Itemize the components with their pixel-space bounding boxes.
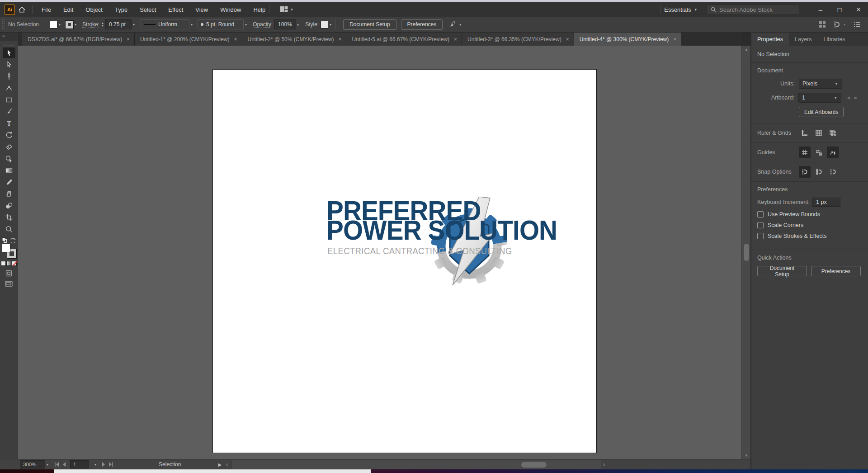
close-icon[interactable]: × xyxy=(234,36,237,43)
last-artboard-icon[interactable] xyxy=(108,462,113,467)
chevron-down-icon[interactable]: ▾ xyxy=(244,23,248,27)
drawing-modes-icon[interactable] xyxy=(5,270,12,277)
toolbar-drag-handle[interactable] xyxy=(4,42,14,46)
menu-window[interactable]: Window xyxy=(220,6,241,13)
direct-selection-tool[interactable] xyxy=(3,59,15,70)
scale-strokes-effects-option[interactable]: Scale Strokes & Effects xyxy=(757,233,862,239)
document-tab[interactable]: Untitled-3* @ 66.35% (CMYK/Preview)× xyxy=(462,33,574,46)
document-tab[interactable]: Untitled-5.ai @ 66.67% (CMYK/Preview)× xyxy=(346,33,462,46)
quick-document-setup-button[interactable]: Document Setup xyxy=(757,266,807,276)
swap-fill-stroke-icon[interactable] xyxy=(10,237,16,243)
stroke-weight-stepper[interactable]: ▲▼ xyxy=(101,22,104,27)
menu-object[interactable]: Object xyxy=(85,6,103,13)
menu-type[interactable]: Type xyxy=(115,6,127,13)
artboard-prev-next-icons[interactable]: ◀▶ xyxy=(847,95,862,100)
eyedropper-tool[interactable] xyxy=(3,177,15,188)
minimize-button[interactable]: – xyxy=(811,2,830,17)
snap-to-glyph-button[interactable] xyxy=(827,166,839,178)
close-button[interactable]: × xyxy=(849,2,868,17)
snap-to-grid-button[interactable] xyxy=(813,166,825,178)
chevron-down-icon[interactable]: ▾ xyxy=(842,23,847,27)
keyboard-increment-field[interactable]: 1 px xyxy=(812,198,840,207)
preferences-button[interactable]: Preferences xyxy=(401,19,443,30)
quick-preferences-button[interactable]: Preferences xyxy=(811,266,861,276)
rectangle-tool[interactable] xyxy=(3,95,15,105)
color-button[interactable] xyxy=(1,261,6,266)
tab-properties[interactable]: Properties xyxy=(751,33,789,46)
edit-artboards-button[interactable]: Edit Artboards xyxy=(799,107,844,117)
vertical-scrollbar-thumb[interactable] xyxy=(744,244,749,261)
opacity-field[interactable]: 100% xyxy=(274,19,296,29)
blend-tool[interactable] xyxy=(3,200,15,211)
selection-tool[interactable] xyxy=(3,47,15,58)
fill-color-swatch[interactable] xyxy=(50,21,57,28)
drag-handle[interactable] xyxy=(2,19,5,29)
scroll-left-icon[interactable]: ‹ xyxy=(224,461,230,468)
units-dropdown[interactable]: Pixels▾ xyxy=(799,79,842,89)
hand-tool[interactable] xyxy=(3,189,15,199)
transparency-grid-button[interactable] xyxy=(827,127,839,139)
horizontal-scrollbar[interactable] xyxy=(231,460,601,469)
menu-effect[interactable]: Effect xyxy=(168,6,183,13)
chevron-down-icon[interactable]: ▾ xyxy=(132,23,136,27)
previous-artboard-icon[interactable] xyxy=(62,462,66,467)
tab-libraries[interactable]: Libraries xyxy=(818,33,851,46)
chevron-down-icon[interactable]: ▾ xyxy=(189,23,194,27)
checkbox-unchecked-icon[interactable] xyxy=(757,222,764,228)
maximize-button[interactable]: □ xyxy=(830,2,849,17)
smart-guides-button[interactable] xyxy=(827,147,839,158)
scale-corners-option[interactable]: Scale Corners xyxy=(757,222,862,228)
artboard-tool[interactable] xyxy=(3,212,15,223)
checkbox-unchecked-icon[interactable] xyxy=(757,211,764,218)
snap-to-point-button[interactable] xyxy=(799,166,811,178)
document-setup-button[interactable]: Document Setup xyxy=(343,19,396,30)
vertical-scrollbar[interactable]: ▲ ▼ xyxy=(741,46,750,459)
lock-guides-button[interactable] xyxy=(813,147,825,158)
arrange-icon[interactable] xyxy=(819,21,826,28)
arrange-documents-button[interactable]: ▾ xyxy=(280,6,293,13)
fill-swatch[interactable] xyxy=(2,244,10,252)
type-tool[interactable]: T xyxy=(3,118,15,129)
show-grid-button[interactable] xyxy=(813,127,825,139)
artboard-number-field[interactable]: 1 xyxy=(70,460,89,468)
brush-definition-dropdown[interactable]: 5 pt. Round xyxy=(198,19,244,29)
chevron-down-icon[interactable]: ▾ xyxy=(73,23,78,27)
screen-mode-icon[interactable] xyxy=(5,281,13,287)
menu-select[interactable]: Select xyxy=(140,6,156,13)
snap-options-icon[interactable] xyxy=(833,20,841,28)
default-fill-stroke-icon[interactable] xyxy=(2,237,7,243)
status-bar-menu-icon[interactable]: ▶ xyxy=(218,462,222,467)
zoom-level-field[interactable]: 300% xyxy=(20,460,45,468)
adobe-stock-search[interactable]: Search Adobe Stock xyxy=(707,5,799,15)
gradient-button[interactable] xyxy=(6,261,11,266)
canvas[interactable]: PREFERRED POWER SOLUTION ELECTRICAL CANT… xyxy=(18,46,741,459)
scroll-right-icon[interactable]: › xyxy=(601,461,607,468)
first-artboard-icon[interactable] xyxy=(54,462,59,467)
menu-edit[interactable]: Edit xyxy=(63,6,73,13)
chevron-down-icon[interactable]: ▾ xyxy=(94,463,96,467)
workspace-switcher[interactable]: Essentials ▾ xyxy=(664,6,697,13)
use-preview-bounds-option[interactable]: Use Preview Bounds xyxy=(757,211,862,218)
close-icon[interactable]: × xyxy=(673,36,676,43)
paintbrush-tool[interactable] xyxy=(3,106,15,117)
pen-tool[interactable] xyxy=(3,71,15,82)
menu-view[interactable]: View xyxy=(195,6,208,13)
artboard-dropdown[interactable]: 1▾ xyxy=(798,93,841,103)
close-icon[interactable]: × xyxy=(454,36,457,43)
eraser-tool[interactable] xyxy=(3,142,15,152)
show-guides-button[interactable] xyxy=(799,147,811,158)
variable-width-profile-dropdown[interactable]: Uniform xyxy=(141,19,189,29)
document-tab[interactable]: DSXZDS.ai* @ 66.67% (RGB/Preview)× xyxy=(22,33,135,46)
chevron-down-icon[interactable]: ▾ xyxy=(328,23,333,27)
scroll-up-icon[interactable]: ▲ xyxy=(742,46,751,53)
chevron-down-icon[interactable]: ▾ xyxy=(47,463,48,467)
next-artboard-icon[interactable] xyxy=(102,462,105,467)
stroke-weight-field[interactable]: 0.75 pt xyxy=(105,19,132,29)
chevron-down-icon[interactable]: ▾ xyxy=(458,23,462,27)
menu-file[interactable]: File xyxy=(42,6,51,13)
pin-icon[interactable] xyxy=(448,20,456,28)
chevron-right-icon[interactable]: ▸ xyxy=(296,23,301,27)
home-icon[interactable] xyxy=(15,2,28,17)
checkbox-unchecked-icon[interactable] xyxy=(757,233,764,239)
rotate-tool[interactable] xyxy=(3,130,15,141)
